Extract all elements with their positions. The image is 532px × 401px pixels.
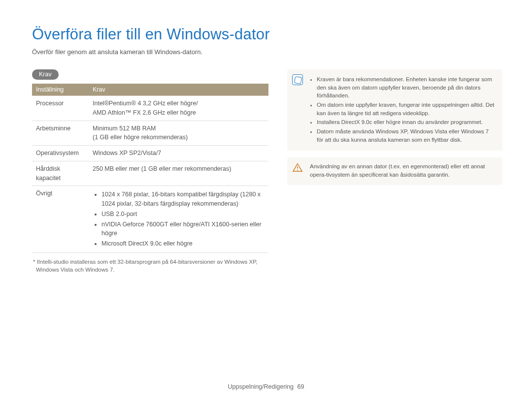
footnote: * IIntelli-studio installeras som ett 32… [32, 258, 268, 274]
list-item: Om datorn inte uppfyller kraven, fungera… [317, 101, 496, 117]
text-line: (1 GB eller högre rekommenderas) [93, 134, 188, 141]
warning-note: Användning av en annan dator (t.ex. en e… [287, 157, 502, 185]
row-label: Hårddisk kapacitet [32, 161, 89, 186]
table-row: Processor Intel®Pentium® 4 3,2 GHz eller… [32, 96, 268, 121]
list-item: Installera DirectX 9.0c eller högre inna… [317, 118, 496, 126]
page-subtitle: Överför filer genom att ansluta kameran … [32, 48, 502, 56]
table-row: Övrigt 1024 x 768 pixlar, 16-bitars komp… [32, 186, 268, 253]
left-column: Krav Inställning Krav Processor Intel®Pe… [32, 69, 268, 274]
list-item: Kraven är bara rekommendationer. Enheten… [317, 75, 496, 100]
note-list: Kraven är bara rekommendationer. Enheten… [310, 75, 496, 144]
right-column: Kraven är bara rekommendationer. Enheten… [287, 69, 502, 274]
row-value: 1024 x 768 pixlar, 16-bitars kompatibel … [89, 186, 268, 253]
row-value: Intel®Pentium® 4 3,2 GHz eller högre/ AM… [89, 96, 268, 121]
table-header-requirement: Krav [89, 84, 268, 96]
text-line: Intel®Pentium® 4 3,2 GHz eller högre/ [93, 100, 198, 107]
list-item: USB 2.0-port [101, 210, 265, 219]
page-number: 69 [298, 383, 304, 390]
table-header-row: Inställning Krav [32, 84, 268, 96]
footer-section: Uppspelning/Redigering [228, 383, 294, 390]
list-item: Datorn måste använda Windows XP, Windows… [317, 127, 496, 144]
row-label: Processor [32, 96, 89, 121]
list-item: 1024 x 768 pixlar, 16-bitars kompatibel … [101, 190, 265, 209]
bullet-list: 1024 x 768 pixlar, 16-bitars kompatibel … [93, 190, 265, 248]
requirements-table: Inställning Krav Processor Intel®Pentium… [32, 84, 268, 253]
text-line: Hårddisk [36, 165, 60, 172]
table-row: Operativsystem Windows XP SP2/Vista/7 [32, 146, 268, 161]
warning-text: Användning av en annan dator (t.ex. en e… [310, 163, 485, 178]
table-row: Hårddisk kapacitet 250 MB eller mer (1 G… [32, 161, 268, 186]
text-line: kapacitet [36, 175, 61, 182]
section-badge: Krav [32, 69, 59, 80]
warning-icon [292, 162, 303, 173]
table-row: Arbetsminne Minimum 512 MB RAM (1 GB ell… [32, 121, 268, 146]
text-line: Minimum 512 MB RAM [93, 125, 156, 132]
text-line: AMD Athlon™ FX 2,6 GHz eller högre [93, 109, 196, 116]
note-icon [292, 74, 303, 85]
row-value: Minimum 512 MB RAM (1 GB eller högre rek… [89, 121, 268, 146]
row-label: Operativsystem [32, 146, 89, 161]
page-footer: Uppspelning/Redigering 69 [0, 383, 532, 390]
table-header-setting: Inställning [32, 84, 89, 96]
two-column-layout: Krav Inställning Krav Processor Intel®Pe… [32, 69, 502, 274]
row-value: Windows XP SP2/Vista/7 [89, 146, 268, 161]
row-label: Arbetsminne [32, 121, 89, 146]
row-label: Övrigt [32, 186, 89, 253]
document-page: Överföra filer till en Windows-dator Öve… [0, 0, 532, 401]
svg-point-1 [297, 170, 298, 171]
list-item: Microsoft DirectX 9.0c eller högre [101, 239, 265, 248]
row-value: 250 MB eller mer (1 GB eller mer rekomme… [89, 161, 268, 186]
info-note: Kraven är bara rekommendationer. Enheten… [287, 69, 502, 151]
page-title: Överföra filer till en Windows-dator [32, 26, 502, 43]
list-item: nVIDIA Geforce 7600GT eller högre/ATI X1… [101, 220, 265, 239]
